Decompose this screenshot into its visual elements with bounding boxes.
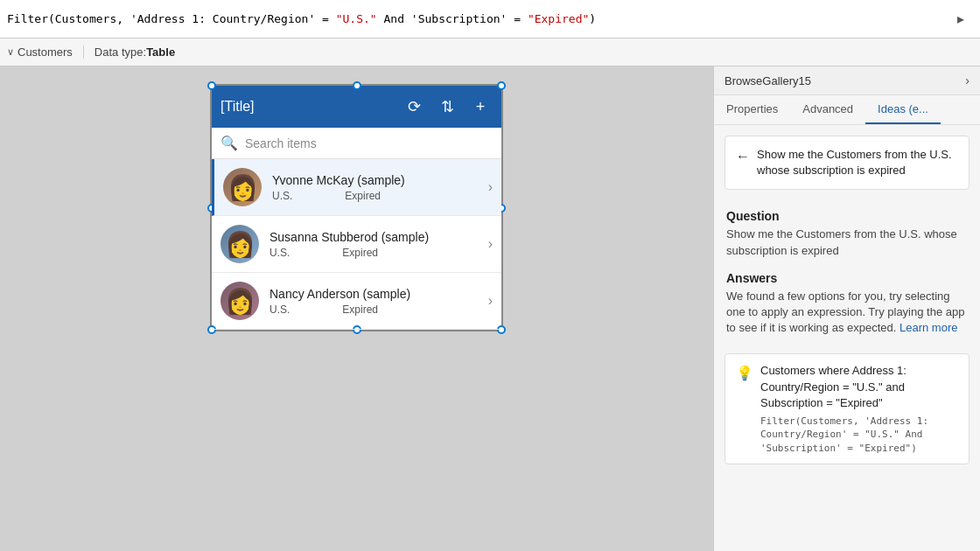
customer-country-2: U.S. (270, 247, 290, 259)
refresh-icon[interactable]: ⟳ (402, 94, 426, 119)
customer-status-1: Expired (345, 190, 381, 202)
search-bar[interactable]: 🔍 Search items (212, 128, 501, 159)
formula-eq2: = (507, 12, 527, 25)
customer-meta-3: U.S. Expired (270, 303, 488, 316)
answer-main-text: Customers where Address 1: Country/Regio… (760, 363, 958, 411)
customer-avatar-2: 👩 (220, 225, 259, 263)
gallery-frame: [Title] ⟳ ⇅ + 🔍 Search items 👩 (210, 84, 503, 331)
table-collapse-icon[interactable]: ∨ (7, 46, 14, 58)
question-section: Question Show me the Customers from the … (714, 200, 980, 263)
handle-top-left[interactable] (207, 81, 216, 90)
ideas-content: ← Show me the Customers from the U.S. wh… (714, 125, 980, 551)
panel-expand-icon[interactable]: › (965, 73, 970, 87)
prompt-back-icon[interactable]: ← (736, 149, 750, 164)
formula-expand-button[interactable]: ▸ (948, 7, 973, 31)
gallery-title-label: [Title] (220, 99, 402, 115)
customer-name-1: Yvonne McKay (sample) (272, 173, 488, 187)
customer-info-2: Susanna Stubberod (sample) U.S. Expired (270, 230, 488, 259)
question-title: Question (726, 209, 968, 223)
answers-section: Answers We found a few options for you, … (714, 264, 980, 347)
formula-text: Filter(Customers, 'Address 1: Country/Re… (7, 12, 948, 25)
customer-avatar-3: 👩 (220, 282, 259, 320)
datatype-bar: ∨ Customers Data type: Table (0, 38, 980, 66)
sort-icon[interactable]: ⇅ (435, 94, 459, 119)
customer-chevron-1: › (488, 179, 493, 195)
formula-table: Customers (55, 12, 116, 25)
formula-bar: Filter(Customers, 'Address 1: Country/Re… (0, 0, 980, 38)
formula-val2: "Expired" (528, 12, 589, 25)
prompt-box: ← Show me the Customers from the U.S. wh… (724, 136, 970, 190)
handle-top-right[interactable] (497, 81, 506, 90)
customer-status-3: Expired (342, 303, 378, 316)
customer-list: 👩 Yvonne McKay (sample) U.S. Expired › (212, 159, 501, 330)
answer-card-content: Customers where Address 1: Country/Regio… (760, 363, 958, 455)
gallery-header: [Title] ⟳ ⇅ + (212, 86, 501, 128)
main-area: [Title] ⟳ ⇅ + 🔍 Search items 👩 (0, 66, 980, 551)
answer-card[interactable]: 💡 Customers where Address 1: Country/Reg… (724, 353, 970, 464)
search-placeholder-text: Search items (245, 136, 493, 150)
handle-top-mid[interactable] (353, 81, 361, 90)
table-name-label: Customers (18, 45, 84, 59)
customer-info-3: Nancy Anderson (sample) U.S. Expired (270, 287, 488, 316)
formula-field2: 'Subscription' (411, 12, 508, 25)
data-type-label: Data type: (94, 45, 146, 59)
question-body: Show me the Customers from the U.S. whos… (726, 227, 968, 258)
formula-fn: Filter( (7, 12, 55, 25)
customer-item-1[interactable]: 👩 Yvonne McKay (sample) U.S. Expired › (212, 159, 501, 216)
customer-avatar-1: 👩 (223, 168, 262, 206)
customer-name-3: Nancy Anderson (sample) (270, 287, 488, 301)
search-icon: 🔍 (220, 135, 238, 151)
canvas-area[interactable]: [Title] ⟳ ⇅ + 🔍 Search items 👩 (0, 66, 713, 551)
data-type-value: Table (146, 45, 175, 59)
formula-eq1: = (315, 12, 335, 25)
tab-advanced[interactable]: Advanced (790, 95, 865, 124)
panel-gallery-name: BrowseGallery15 (724, 74, 811, 87)
customer-country-1: U.S. (272, 190, 292, 202)
answers-body: We found a few options for you, try sele… (726, 289, 968, 337)
answers-title: Answers (726, 271, 968, 285)
add-icon[interactable]: + (468, 94, 493, 119)
tab-properties[interactable]: Properties (714, 95, 790, 124)
customer-name-2: Susanna Stubberod (sample) (270, 230, 488, 244)
answer-formula-text: Filter(Customers, 'Address 1: Country/Re… (760, 415, 958, 455)
learn-more-link[interactable]: Learn more (900, 321, 957, 334)
customer-status-2: Expired (342, 247, 378, 259)
formula-and: And (377, 12, 411, 25)
formula-comma: , (116, 12, 130, 25)
customer-country-3: U.S. (270, 303, 290, 316)
tab-ideas[interactable]: Ideas (e... (865, 95, 941, 124)
customer-meta-2: U.S. Expired (270, 247, 488, 259)
customer-chevron-2: › (488, 236, 493, 252)
customer-meta-1: U.S. Expired (272, 190, 488, 202)
right-panel: BrowseGallery15 › Properties Advanced Id… (713, 66, 980, 551)
gallery-header-icons: ⟳ ⇅ + (402, 94, 493, 119)
formula-val1: "U.S." (336, 12, 377, 25)
customer-item-3[interactable]: 👩 Nancy Anderson (sample) U.S. Expired › (212, 273, 501, 330)
panel-header: BrowseGallery15 › (714, 66, 980, 95)
formula-suffix: ) (589, 12, 596, 25)
lightbulb-icon: 💡 (736, 365, 753, 381)
customer-info-1: Yvonne McKay (sample) U.S. Expired (272, 173, 488, 202)
panel-tabs: Properties Advanced Ideas (e... (714, 95, 980, 125)
prompt-text: Show me the Customers from the U.S. whos… (757, 147, 958, 178)
customer-item-2[interactable]: 👩 Susanna Stubberod (sample) U.S. Expire… (212, 216, 501, 273)
formula-field1: 'Address 1: Country/Region' (130, 12, 315, 25)
customer-chevron-3: › (488, 293, 493, 309)
